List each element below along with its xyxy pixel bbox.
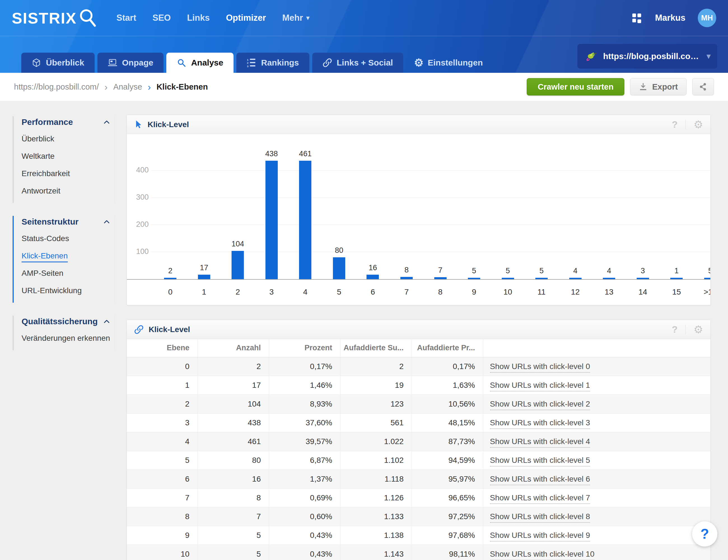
sidebar-item-klick-ebenen[interactable]: Klick-Ebenen [22,247,115,265]
show-urls-link[interactable]: Show URLs with click-level 10 [490,550,594,560]
bar-slot: 16 [356,150,390,279]
show-urls-link[interactable]: Show URLs with click-level 6 [490,475,590,485]
bar-slot: 80 [322,150,356,279]
show-urls-link[interactable]: Show URLs with click-level 7 [490,493,590,504]
show-urls-link[interactable]: Show URLs with click-level 0 [490,362,590,373]
x-axis-label: 4 [288,288,322,297]
table-row: 1050,43%1.14398,11%Show URLs with click-… [127,545,710,560]
tab-links-social[interactable]: Links + Social [312,53,403,73]
section-title-label: Seitenstruktur [22,217,78,227]
bar[interactable] [232,251,244,279]
bar-slot: 7 [423,150,457,279]
show-urls-link[interactable]: Show URLs with click-level 9 [490,531,590,542]
share-button[interactable] [692,78,714,95]
help-icon[interactable]: ? [672,324,678,335]
tab-berblick[interactable]: Überblick [21,53,95,73]
bar[interactable] [603,278,615,279]
cell-ebene: 4 [127,432,197,451]
show-urls-link[interactable]: Show URLs with click-level 3 [490,418,590,429]
column-header-aufaddierte-pr[interactable]: Aufaddierte Pr... [412,339,483,357]
bar[interactable] [434,277,447,279]
sidebar-section-title-seitenstruktur[interactable]: Seitenstruktur [22,217,115,227]
bar[interactable] [265,161,278,279]
bar[interactable] [670,278,683,279]
nav-item-seo[interactable]: SEO [152,13,171,23]
sidebar-section-title-performance[interactable]: Performance [22,117,115,127]
bar-slot: 438 [255,150,289,279]
sidebar-item-url-entwicklung[interactable]: URL-Entwicklung [22,282,115,299]
bar[interactable] [198,275,210,279]
sidebar-item-status-codes[interactable]: Status-Codes [22,230,115,247]
chevron-down-icon: ▼ [705,52,712,61]
laptop-icon [108,58,117,67]
bar[interactable] [502,278,514,279]
avatar[interactable]: MH [698,9,716,27]
bar[interactable] [367,275,379,279]
sidebar-item-antwortzeit[interactable]: Antwortzeit [22,182,115,200]
x-axis-label: 7 [390,288,424,297]
table-row: 950,43%1.13897,68%Show URLs with click-l… [127,526,710,545]
bar-value-label: 5 [708,267,711,275]
breadcrumb-link[interactable]: https://blog.posbill.com/ [14,82,99,92]
sidebar-item-amp-seiten[interactable]: AMP-Seiten [22,265,115,282]
cell-sum: 1.126 [340,488,412,507]
apps-grid-icon[interactable] [631,12,643,24]
nav-item-mehr[interactable]: Mehr▾ [282,13,309,23]
top-right-cluster: Markus MH [631,9,716,27]
bar[interactable] [333,257,345,279]
bar[interactable] [164,278,176,279]
sidebar-item-erreichbarkeit[interactable]: Erreichbarkeit [22,165,115,182]
sidebar-item-weltkarte[interactable]: Weltkarte [22,148,115,165]
tab-einstellungen[interactable]: ⚙Einstellungen [414,53,483,73]
bar-value-label: 438 [265,150,278,158]
tab-analyse[interactable]: Analyse [166,53,234,73]
show-urls-link[interactable]: Show URLs with click-level 1 [490,381,590,391]
sidebar-section-qualit-tssicherung: QualitätssicherungVeränderungen erkennen [13,316,115,350]
export-button[interactable]: Export [630,78,687,95]
sidebar-item-berblick[interactable]: Überblick [22,130,115,148]
project-url-selector[interactable]: https://blog.posbill.co… ▼ [577,44,717,69]
show-urls-link[interactable]: Show URLs with click-level 8 [490,512,590,523]
bar[interactable] [637,278,649,279]
sidebar-item-label: URL-Entwicklung [22,286,82,295]
show-urls-link[interactable]: Show URLs with click-level 4 [490,437,590,448]
help-fab-button[interactable]: ? [692,521,717,547]
show-urls-link[interactable]: Show URLs with click-level 5 [490,456,590,466]
cell-prozent: 0,43% [269,545,340,560]
cell-sum-prozent: 0,17% [412,357,483,376]
cell-prozent: 0,69% [269,488,340,507]
sistrix-logo[interactable]: SISTRIX [12,7,97,29]
user-name[interactable]: Markus [655,13,685,23]
column-header-prozent[interactable]: Prozent [269,339,340,357]
bar[interactable] [569,278,582,279]
bar[interactable] [535,278,548,279]
gear-icon[interactable]: ⚙ [694,119,703,130]
sidebar-item-ver-nderungen-erkennen[interactable]: Veränderungen erkennen [22,330,115,347]
column-header-links[interactable] [483,339,710,357]
cell-anzahl: 2 [197,357,269,376]
sidebar-section-title-qualit-tssicherung[interactable]: Qualitätssicherung [22,317,115,326]
tabs: ÜberblickOnpageAnalyse123RankingsLinks +… [21,53,483,73]
column-header-ebene[interactable]: Ebene [127,339,197,357]
cell-link: Show URLs with click-level 2 [483,395,710,413]
nav-item-start[interactable]: Start [116,13,136,23]
bar[interactable] [299,161,311,279]
gear-icon[interactable]: ⚙ [694,324,703,335]
nav-item-optimizer[interactable]: Optimizer [226,13,266,23]
column-header-anzahl[interactable]: Anzahl [197,339,269,357]
breadcrumb-link[interactable]: Analyse [113,82,142,92]
bar-value-label: 3 [641,267,645,275]
cell-prozent: 6,87% [269,451,340,470]
tab-onpage[interactable]: Onpage [97,53,164,73]
nav-item-links[interactable]: Links [187,13,210,23]
bar[interactable] [704,278,711,279]
help-icon[interactable]: ? [672,119,678,130]
column-header-aufaddierte-su[interactable]: Aufaddierte Su... [340,339,412,357]
restart-crawler-button[interactable]: Crawler neu starten [527,78,624,95]
bar[interactable] [400,277,413,279]
bar[interactable] [468,278,480,279]
tab-rankings[interactable]: 123Rankings [236,53,309,73]
svg-text:1: 1 [247,58,249,61]
show-urls-link[interactable]: Show URLs with click-level 2 [490,400,590,410]
bar-slot: 461 [288,150,322,279]
